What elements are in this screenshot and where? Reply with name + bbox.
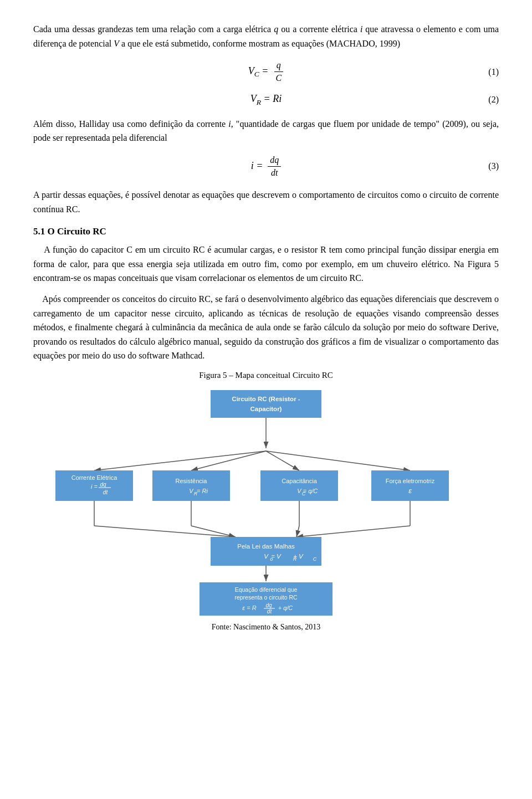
box-resistencia	[152, 470, 230, 501]
svg-line-7	[266, 451, 410, 470]
svg-text:V: V	[264, 553, 269, 560]
svg-line-5	[191, 451, 266, 470]
svg-text:Corrente Elétrica: Corrente Elétrica	[71, 474, 117, 481]
svg-text:C: C	[313, 556, 317, 562]
svg-text:Resistência: Resistência	[176, 478, 208, 484]
paragraph-4: A função do capacitor C em um circuito R…	[33, 243, 499, 285]
figure-caption: Figura 5 – Mapa conceitual Circuito RC	[33, 371, 499, 380]
svg-text:= Ri: = Ri	[197, 488, 208, 494]
concept-map: Circuito RC (Resistor - Capacitor) Corre…	[39, 385, 493, 617]
eq3-number: (3)	[488, 161, 499, 171]
svg-text:= V: = V	[271, 553, 282, 560]
equation-1: VC = q C (1)	[33, 60, 499, 83]
svg-text:dq: dq	[265, 602, 272, 608]
svg-text:Pela Lei das Malhas: Pela Lei das Malhas	[237, 543, 295, 550]
box-forca	[371, 470, 449, 501]
svg-text:representa o circuito RC: representa o circuito RC	[234, 594, 298, 601]
svg-text:Capacitor): Capacitor)	[250, 406, 282, 412]
eq1-number: (1)	[488, 67, 499, 77]
equation-2: VR = Ri (2)	[33, 93, 499, 107]
svg-text:dt: dt	[267, 608, 273, 614]
svg-text:Força eletromotriz: Força eletromotriz	[386, 478, 435, 484]
paragraph-3: A partir dessas equações, é possível den…	[33, 188, 499, 216]
equation-3: i = dq dt (3)	[33, 155, 499, 178]
paragraph-5: Após compreender os conceitos do circuit…	[33, 292, 499, 363]
svg-text:ε = R: ε = R	[242, 605, 256, 611]
svg-line-4	[94, 451, 266, 470]
svg-text:ε: ε	[408, 486, 412, 495]
svg-line-30	[296, 526, 410, 537]
svg-text:dq: dq	[100, 482, 106, 488]
top-box	[211, 390, 321, 418]
eq2-number: (2)	[488, 95, 499, 105]
svg-text:+ q/C: + q/C	[278, 605, 293, 611]
svg-text:Circuito RC (Resistor -: Circuito RC (Resistor -	[232, 396, 300, 402]
paragraph-2: Além disso, Halliday usa como definição …	[33, 117, 499, 145]
svg-text:i =: i =	[91, 483, 98, 490]
svg-text:= q/C: = q/C	[303, 488, 318, 494]
box-capacitancia	[260, 470, 338, 501]
svg-text:Equação diferencial que: Equação diferencial que	[235, 586, 298, 593]
svg-line-28	[296, 526, 299, 537]
source-text: Fonte: Nascimento & Santos, 2013	[33, 623, 499, 632]
svg-text:dt: dt	[103, 489, 109, 495]
intro-paragraph: Cada uma dessas grandezas tem uma relaçã…	[33, 22, 499, 50]
svg-text:+ V: + V	[293, 553, 304, 560]
box-lei-malhas	[211, 537, 321, 566]
svg-text:Capacitância: Capacitância	[282, 478, 317, 484]
section-title: 5.1 O Circuito RC	[33, 226, 499, 237]
svg-line-6	[266, 451, 299, 470]
